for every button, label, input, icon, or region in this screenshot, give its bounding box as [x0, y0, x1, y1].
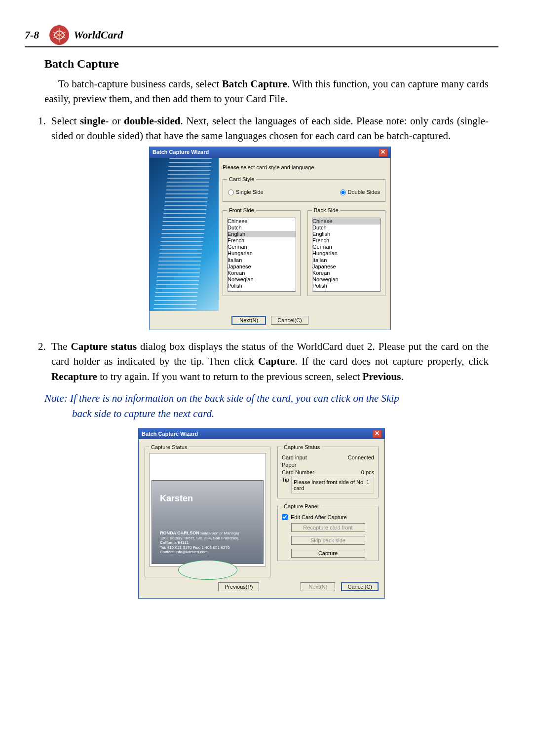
single-side-radio[interactable]: Single Side — [228, 189, 264, 196]
paper-label: Paper — [282, 462, 296, 468]
header-product: WorldCard — [74, 29, 123, 41]
card-telfax: Tel: 415-621-3870 Fax: 1-408-651-6276 — [160, 545, 255, 550]
card-input-label: Card input — [282, 454, 307, 460]
s2-p1: The — [51, 340, 71, 352]
note-line1: If there is no information on the back s… — [70, 392, 399, 404]
batch-capture-wizard-dialog-1: Batch Capture Wizard ✕ Please select car… — [149, 147, 391, 330]
s2-b4: Previous — [363, 371, 401, 382]
dialog1-instruction: Please select card style and language — [223, 164, 385, 172]
next-button[interactable]: Next(N) — [301, 582, 335, 591]
intro-paragraph: To batch-capture business cards, select … — [44, 76, 489, 107]
s2-b2: Capture — [258, 355, 295, 367]
single-side-label: Single Side — [236, 189, 264, 195]
cancel-button[interactable]: Cancel(C) — [271, 316, 308, 325]
s2-b1: Capture status — [71, 340, 137, 352]
tip-label: Tip — [282, 477, 289, 483]
edit-after-capture-checkbox[interactable]: Edit Card After Capture — [282, 514, 374, 520]
card-holder-icon — [178, 560, 237, 580]
step1-b1: single- — [80, 115, 109, 127]
close-icon[interactable]: ✕ — [373, 430, 381, 438]
dialog2-titlebar[interactable]: Batch Capture Wizard ✕ — [139, 428, 384, 439]
capture-preview-legend: Capture Status — [149, 444, 189, 450]
card-name: RONDA CARLSON — [160, 530, 199, 535]
s2-p3: . If the card does not capture properly,… — [295, 355, 489, 367]
step1-pre: Select — [51, 115, 80, 127]
dialog2-title: Batch Capture Wizard — [142, 431, 198, 437]
card-preview: Karsten RONDA CARLSON Sales/Senior Manag… — [149, 453, 266, 567]
s2-p5: . — [401, 371, 403, 382]
edit-after-label: Edit Card After Capture — [291, 514, 347, 520]
cancel-button[interactable]: Cancel(C) — [341, 582, 379, 591]
note-text: Note: If there is no information on the … — [44, 391, 489, 421]
card-input-value: Connected — [348, 454, 374, 460]
batch-capture-wizard-dialog-2: Batch Capture Wizard ✕ Capture Status Ka… — [138, 428, 385, 599]
card-contact: Contact: info@karsten.com — [160, 550, 255, 555]
front-side-group: Front Side ChineseDutchEnglishFrenchGerm… — [223, 207, 301, 297]
dialog1-titlebar[interactable]: Batch Capture Wizard ✕ — [150, 147, 390, 158]
card-number-label: Card Number — [282, 469, 314, 475]
step1-mid: or — [109, 115, 124, 127]
dialog1-title: Batch Capture Wizard — [152, 149, 209, 156]
step-1: Select single- or double-sided. Next, se… — [48, 113, 489, 330]
brand-logo-icon — [49, 25, 70, 45]
card-title: Sales/Senior Manager — [200, 531, 239, 535]
previous-button[interactable]: Previous(P) — [218, 582, 259, 591]
section-title: Batch Capture — [44, 57, 498, 71]
next-button[interactable]: Next(N) — [231, 316, 266, 325]
card-style-group: Card Style Single Side Double Sides — [223, 176, 385, 202]
capture-status-group: Capture Status Card inputConnected Paper… — [277, 444, 379, 498]
step-2: The Capture status dialog box displays t… — [48, 339, 489, 384]
tip-value: Please insert front side of No. 1 card — [291, 477, 374, 493]
note-lead: Note: — [44, 392, 70, 404]
capture-panel-legend: Capture Panel — [282, 503, 320, 509]
skip-back-side-button[interactable]: Skip back side — [291, 536, 365, 545]
front-side-language-list[interactable]: ChineseDutchEnglishFrenchGermanHungarian… — [227, 218, 296, 292]
capture-button[interactable]: Capture — [291, 549, 365, 558]
s2-b3: Recapture — [51, 371, 97, 382]
card-address: 1202 Battery Street, Ste. 204, San Franc… — [160, 536, 255, 545]
front-side-legend: Front Side — [227, 207, 256, 215]
wizard-banner-image — [150, 158, 219, 311]
note-line2: back side to capture the next card. — [72, 408, 214, 419]
card-number-value: 0 pcs — [361, 469, 374, 475]
capture-panel-group: Capture Panel Edit Card After Capture Re… — [277, 503, 379, 561]
double-sides-label: Double Sides — [348, 189, 380, 195]
page-header: 7-8 WorldCard — [25, 25, 498, 47]
back-side-language-list[interactable]: ChineseDutchEnglishFrenchGermanHungarian… — [312, 218, 381, 292]
intro-bold: Batch Capture — [222, 78, 287, 90]
page-number: 7-8 — [25, 29, 39, 41]
step1-b2: double-sided — [124, 115, 180, 127]
back-side-group: Back Side ChineseDutchEnglishFrenchGerma… — [307, 207, 385, 297]
card-style-legend: Card Style — [227, 176, 256, 184]
recapture-button[interactable]: Recapture card front — [291, 523, 365, 532]
capture-preview-group: Capture Status Karsten RONDA CARLSON Sal… — [145, 444, 270, 577]
intro-pre: To batch-capture business cards, select — [58, 78, 222, 90]
s2-p4: to try again. If you want to return to t… — [97, 371, 363, 382]
capture-status-legend: Capture Status — [282, 444, 322, 450]
card-brand: Karsten — [160, 493, 193, 504]
close-icon[interactable]: ✕ — [379, 149, 387, 156]
double-sides-radio[interactable]: Double Sides — [340, 189, 380, 196]
back-side-legend: Back Side — [312, 207, 341, 215]
